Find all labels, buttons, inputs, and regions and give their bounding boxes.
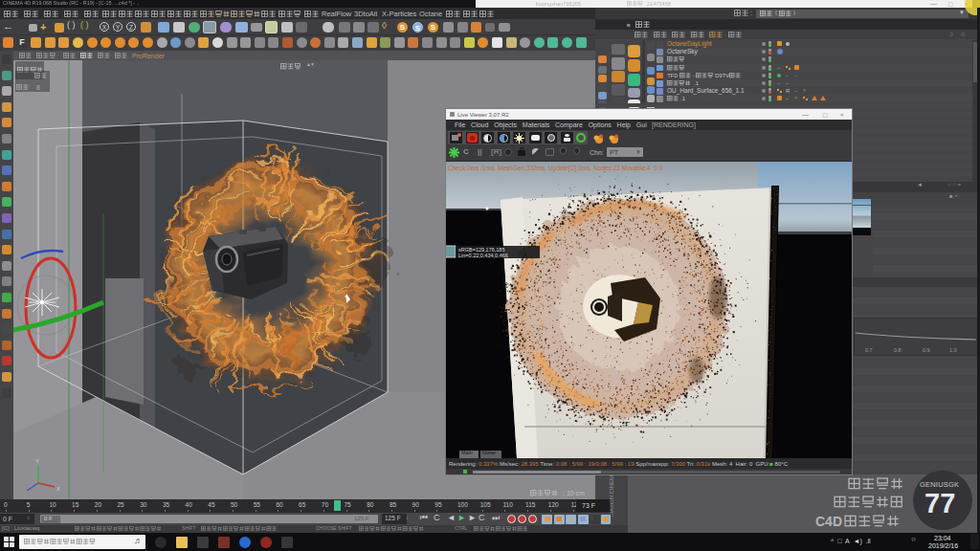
svg-text:0.9: 0.9: [923, 347, 930, 353]
svg-text:X: X: [56, 486, 60, 492]
svg-text:1.0: 1.0: [949, 347, 957, 353]
svg-text:Lin=0.22,0.434,0.466: Lin=0.22,0.434,0.466: [458, 253, 508, 258]
svg-text:Y: Y: [35, 458, 39, 464]
svg-text:0.7: 0.7: [865, 347, 873, 353]
svg-text:0.8: 0.8: [894, 347, 902, 353]
